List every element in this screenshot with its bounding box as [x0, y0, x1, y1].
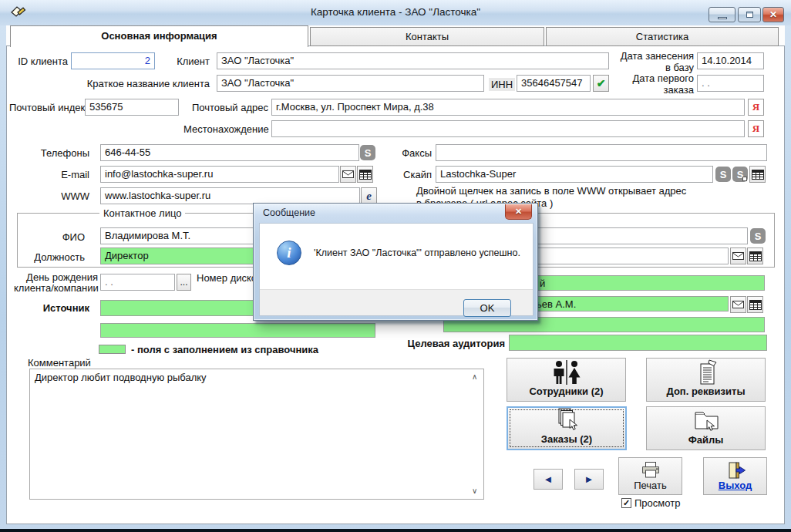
envelope-icon	[732, 251, 744, 261]
prev-record-button[interactable]: ◄	[534, 469, 563, 490]
ie-icon: e	[366, 190, 372, 203]
postal-address-label: Почтовый адрес	[183, 102, 268, 113]
target-audience-field[interactable]	[509, 335, 767, 351]
dialog-close-button[interactable]: ✕	[505, 204, 532, 220]
date-added-field[interactable]: 14.10.2014	[697, 52, 764, 69]
orders-button[interactable]: Заказы (2)	[507, 406, 627, 450]
location-field[interactable]	[271, 120, 745, 137]
check-icon: ✔	[597, 77, 606, 89]
right-arrow-icon: ►	[584, 473, 594, 485]
window-title: Карточка клиента - ЗАО "Ласточка"	[0, 6, 791, 18]
orders-button-label: Заказы (2)	[541, 433, 592, 445]
table-icon	[359, 170, 372, 180]
requisites-button[interactable]: Доп. реквизиты	[646, 358, 766, 402]
envelope-icon	[342, 170, 354, 179]
employees-button[interactable]: Сотрудники (2)	[507, 358, 626, 402]
files-button-label: Файлы	[688, 434, 724, 446]
left-arrow-icon: ◄	[544, 473, 554, 485]
print-button[interactable]: Печать	[618, 457, 682, 495]
first-order-label-line1: Дата первого	[617, 72, 694, 84]
next-record-button[interactable]: ►	[574, 469, 604, 490]
www-hint-line1: Двойной щелчек на запись в поле WWW откр…	[416, 185, 686, 197]
skype-list-button[interactable]	[749, 166, 766, 183]
skype-add-icon[interactable]: S	[732, 167, 748, 182]
email-list-button[interactable]	[357, 166, 373, 183]
client-name-field[interactable]: ЗАО "Ласточка"	[217, 52, 609, 69]
maximize-button[interactable]	[738, 7, 761, 22]
postal-code-label: Почтовый индекс	[9, 102, 82, 113]
employees-button-label: Сотрудники (2)	[529, 386, 603, 397]
print-button-label: Печать	[634, 480, 667, 491]
source-label: Источник	[31, 302, 89, 314]
preview-checkbox-label[interactable]: Просмотр	[634, 497, 680, 509]
client-card-window: Карточка клиента - ЗАО "Ласточка" ✕ Осно…	[0, 0, 791, 532]
client-name-label: Клиент	[154, 56, 210, 67]
yandex-address-button[interactable]: Я	[748, 99, 764, 116]
first-order-field[interactable]: . .	[697, 75, 764, 92]
exit-button[interactable]: Выход	[703, 457, 767, 495]
contact-skype-icon[interactable]: S	[750, 228, 766, 244]
faxes-field[interactable]	[436, 144, 767, 161]
contact-mail-button[interactable]	[730, 247, 746, 264]
email-field[interactable]: info@lastochka-super.ru	[100, 166, 339, 183]
pages-cursor-icon	[553, 408, 581, 433]
contact-position-label: Должность	[23, 251, 85, 263]
target-audience-label: Целевая аудитория	[401, 338, 505, 349]
tab-contacts[interactable]: Контакты	[310, 27, 544, 46]
manager-table-button[interactable]	[747, 296, 763, 313]
comment-textarea[interactable]: Директор любит подводную рыбалку	[29, 369, 484, 500]
close-button[interactable]: ✕	[762, 7, 784, 22]
www-field[interactable]: www.lastochka-super.ru	[100, 187, 360, 204]
date-added-label-line2: в базу	[617, 62, 694, 73]
files-button[interactable]: Файлы	[646, 406, 766, 450]
contact-person-legend: Контактное лицо	[99, 207, 185, 219]
green-legend-text: - поля с заполнением из справочника	[131, 344, 318, 355]
short-name-field[interactable]: ЗАО "Ласточка"	[217, 75, 484, 92]
scroll-up-icon[interactable]: ∧	[472, 372, 477, 381]
ok-button[interactable]: OK	[463, 299, 511, 317]
postal-code-field[interactable]: 535675	[85, 99, 179, 116]
client-id-field[interactable]: 2	[71, 52, 155, 69]
inn-verify-button[interactable]: ✔	[593, 75, 609, 92]
skype-field[interactable]: Lastochka-Super	[436, 166, 713, 183]
skype-label: Скайп	[378, 169, 432, 180]
location-label: Местонахождение	[183, 123, 268, 135]
minimize-button[interactable]	[709, 7, 735, 22]
skype-sub-icon	[742, 177, 747, 181]
skype-call2-icon[interactable]: S	[715, 167, 731, 182]
birthday-more-button[interactable]: ...	[177, 274, 191, 291]
printer-icon	[640, 461, 661, 480]
client-id-label: ID клиента	[8, 56, 68, 67]
open-browser-button[interactable]: e	[361, 187, 377, 204]
inn-label: ИНН	[489, 78, 515, 91]
close-icon: ✕	[515, 207, 522, 216]
preview-checkbox[interactable]: ✓	[621, 498, 631, 508]
postal-address-field[interactable]: г.Москва, ул. Проспект Мира, д.38	[271, 99, 745, 116]
email-label: E-mail	[31, 169, 89, 180]
phones-field[interactable]: 646-44-55	[100, 144, 359, 161]
folder-cursor-icon	[692, 409, 721, 434]
comment-label: Комментарий	[28, 357, 91, 369]
manager-mail-button[interactable]	[730, 296, 746, 313]
source-extra-field[interactable]	[100, 323, 375, 338]
send-email-button[interactable]	[340, 166, 356, 183]
green-legend-swatch	[99, 345, 126, 354]
birthday-field[interactable]: . .	[100, 274, 175, 291]
birthday-label-line2: клиента/компании	[14, 282, 98, 294]
phones-label: Телефоны	[31, 147, 89, 159]
yandex-location-button[interactable]: Я	[748, 120, 764, 137]
info-icon: i	[277, 241, 301, 265]
table-icon	[749, 251, 762, 261]
dialog-message: 'Клиент ЗАО "Ласточка"' отправлено успеш…	[314, 247, 530, 258]
scroll-down-icon[interactable]: ∨	[472, 487, 477, 495]
exit-button-label: Выход	[719, 480, 752, 491]
dialog-body: i 'Клиент ЗАО "Ласточка"' отправлено усп…	[259, 223, 534, 316]
inn-field[interactable]: 35646457547	[517, 75, 591, 92]
skype-call-icon[interactable]: S	[360, 145, 375, 160]
close-icon: ✕	[769, 9, 777, 20]
window-bottom-edge	[0, 529, 791, 532]
contact-table-button[interactable]	[747, 247, 763, 264]
dialog-title: Сообщение	[263, 207, 315, 218]
tab-main-info[interactable]: Основная информация	[10, 25, 308, 47]
tab-statistics[interactable]: Статистика	[546, 27, 779, 46]
